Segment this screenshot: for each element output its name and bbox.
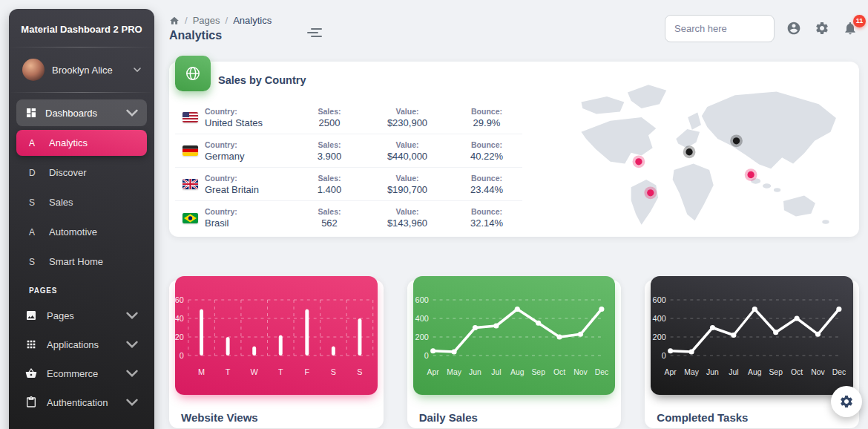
sidebar-item-smart-home[interactable]: S Smart Home [16,249,147,275]
item-label: Sales [49,197,73,208]
country-value: Germany [205,151,295,162]
sidebar-item-ecommerce[interactable]: Ecommerce [16,359,147,387]
website-views-card: 0204060MTWTFSS Website Views [169,280,384,428]
item-label: Automotive [49,226,97,238]
col-header: Country: [205,207,295,216]
map-marker-united-states[interactable] [635,158,642,165]
sidebar-item-pages[interactable]: Pages [16,301,147,330]
item-label: Authentication [47,397,116,408]
chart-title: Website Views [181,411,372,424]
map-marker-russia[interactable] [733,137,740,144]
completed-tasks-chart: 0200400600AprMayJunJulAugSepOctNovDec [651,276,853,395]
svg-text:S: S [357,367,362,376]
sidebar-item-discover[interactable]: D Discover [16,160,147,186]
svg-text:May: May [685,368,700,376]
basket-icon [25,367,37,379]
item-letter: A [29,138,49,148]
sidebar: Material Dashboard 2 PRO Brooklyn Alice … [9,9,154,429]
settings-fab[interactable] [831,386,862,417]
col-header: Value: [364,107,451,116]
user-name: Brooklyn Alice [52,65,126,76]
breadcrumb-pages[interactable]: Pages [193,15,220,26]
chevron-down-icon [126,338,138,350]
col-header: Country: [205,174,295,183]
sidebar-item-applications[interactable]: Applications [16,330,147,358]
item-letter: D [29,168,49,178]
sidebar-item-analytics[interactable]: A Analytics [16,130,147,156]
svg-text:May: May [447,368,461,376]
col-header: Bounce: [451,107,522,116]
world-map [525,66,855,232]
completed-tasks-card: 0200400600AprMayJunJulAugSepOctNovDec Co… [645,280,859,428]
main-content: / Pages / Analytics Analytics 11 [169,0,859,428]
svg-text:Apr: Apr [665,368,677,376]
map-marker-brasil[interactable] [647,189,654,196]
notification-badge: 11 [853,15,866,27]
breadcrumb-separator: / [226,15,228,26]
country-value: Brasil [205,217,295,229]
svg-text:T: T [278,367,283,376]
svg-text:F: F [305,367,310,376]
chevron-down-icon [126,367,138,379]
svg-text:200: 200 [653,333,666,341]
svg-text:Nov: Nov [573,368,588,376]
dashboard-icon [25,107,37,119]
sales-value: 2500 [295,117,364,128]
col-header: Bounce: [451,140,522,149]
flag-united-states [175,112,205,122]
svg-text:400: 400 [415,314,428,323]
sidebar-item-sales[interactable]: S Sales [16,189,147,215]
col-header: Sales: [295,207,364,216]
map-marker-china[interactable] [747,171,754,178]
sales-value: 1.400 [295,184,364,195]
item-letter: A [29,227,49,238]
svg-text:Dec: Dec [832,368,846,376]
value-value: $143,960 [364,217,451,229]
notifications-icon[interactable]: 11 [843,21,859,37]
sidebar-item-automotive[interactable]: A Automotive [16,219,147,245]
clipboard-icon [25,396,37,408]
svg-text:Oct: Oct [553,368,565,376]
daily-sales-card: 0200400600AprMayJunJulAugSepOctNovDec Da… [407,280,622,428]
sidebar-item-dashboards[interactable]: Dashboards [16,99,147,126]
svg-text:0: 0 [180,351,184,360]
home-icon[interactable] [169,16,180,26]
account-icon[interactable] [786,21,803,37]
svg-text:S: S [331,367,336,376]
user-menu[interactable]: Brooklyn Alice [9,48,154,92]
bounce-value: 40.22% [451,151,522,162]
image-icon [25,310,37,321]
col-header: Sales: [295,140,364,149]
breadcrumb: / Pages / Analytics [169,15,272,26]
svg-text:M: M [198,367,205,376]
table-row: Country:Great Britain Sales:1.400 Value:… [175,168,522,201]
sales-by-country-card: Sales by Country Country:United States S… [169,62,859,237]
table-row: Country:United States Sales:2500 Value:$… [175,101,522,134]
settings-icon[interactable] [815,21,831,37]
svg-text:600: 600 [653,295,666,304]
svg-text:Nov: Nov [812,368,826,376]
chevron-down-icon [126,107,138,119]
sidebar-item-authentication[interactable]: Authentication [16,388,147,416]
brand-title[interactable]: Material Dashboard 2 PRO [9,9,154,47]
col-header: Country: [205,107,295,116]
chevron-down-icon [126,396,138,408]
item-label: Ecommerce [47,368,116,379]
item-label: Discover [49,167,87,178]
svg-text:Oct: Oct [791,368,803,376]
svg-text:40: 40 [175,314,184,323]
bounce-value: 23.44% [451,184,522,195]
col-header: Bounce: [451,174,522,183]
search-input[interactable] [665,15,775,42]
svg-text:Dec: Dec [594,368,608,376]
item-letter: S [29,197,49,208]
col-header: Country: [205,140,295,149]
sidebar-item-label: Dashboards [45,108,118,119]
sidenav-toggle-icon[interactable] [307,28,322,37]
col-header: Bounce: [451,207,522,216]
map-marker-germany[interactable] [685,148,692,155]
svg-text:Aug: Aug [510,368,525,376]
col-header: Sales: [295,107,364,116]
breadcrumb-separator: / [185,15,188,26]
svg-text:T: T [226,367,231,376]
